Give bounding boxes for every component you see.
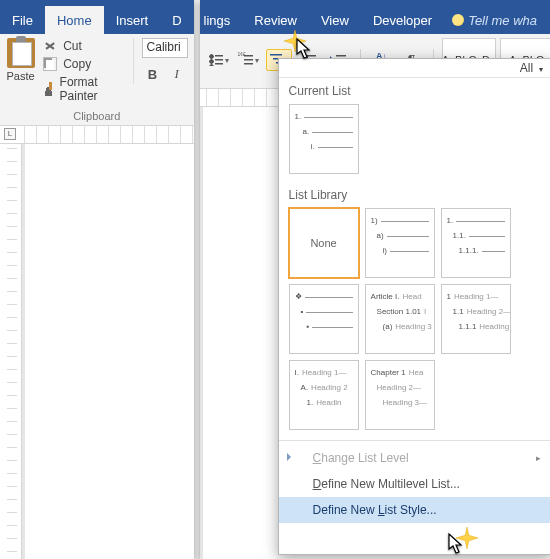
thumb-library-7[interactable]: Chapter 1 Hea Heading 2— Heading 3— [365, 360, 435, 430]
tab-insert[interactable]: Insert [104, 6, 161, 34]
numbering-icon [239, 54, 253, 66]
thumb-library-4[interactable]: Article I. HeadSection 1.01 I(a) Heading… [365, 284, 435, 354]
thumb-library-5[interactable]: 1 Heading 1—1.1 Heading 2—1.1.1 Heading … [441, 284, 511, 354]
word-window-left: File Home Insert D Paste Cut Copy Format… [0, 0, 194, 559]
format-painter-button[interactable]: Format Painter [41, 74, 120, 104]
thumb-library-1[interactable]: 1)a)i) [365, 208, 435, 278]
thumb-current[interactable]: 1. a. i. [289, 104, 359, 174]
brush-icon [43, 82, 53, 96]
tell-me-search[interactable]: Tell me wha [444, 13, 545, 28]
bulb-icon [452, 14, 464, 26]
menu-define-multilevel-list[interactable]: Define New Multilevel List... [279, 471, 550, 497]
chevron-down-icon: ▾ [537, 65, 543, 74]
tab-view[interactable]: View [309, 6, 361, 34]
section-list-library: List Library [279, 182, 550, 204]
thumb-library-6[interactable]: I. Heading 1—A. Heading 21. Headin [289, 360, 359, 430]
cut-button[interactable]: Cut [41, 38, 120, 54]
tab-home[interactable]: Home [45, 6, 104, 34]
tab-developer[interactable]: Developer [361, 6, 444, 34]
page[interactable] [22, 144, 194, 559]
scissors-icon [43, 39, 57, 53]
ribbon-tabs-right: lings Review View Developer Tell me wha [200, 6, 550, 34]
numbering-button[interactable]: ▾ [236, 49, 262, 71]
ruler-ticks [24, 126, 194, 143]
bullets-button[interactable]: ▾ [206, 49, 232, 71]
section-current-list: Current List [279, 78, 550, 100]
cut-label: Cut [63, 39, 82, 53]
font-name-selector[interactable]: Calibri [142, 38, 188, 58]
divider [279, 440, 550, 441]
italic-button[interactable]: I [166, 64, 188, 84]
thumb-library-2[interactable]: 1.1.1.1.1.1. [441, 208, 511, 278]
ribbon-tabs: File Home Insert D [0, 6, 194, 34]
bold-button[interactable]: B [142, 64, 164, 84]
copy-button[interactable]: Copy [41, 56, 120, 72]
tab-review[interactable]: Review [242, 6, 309, 34]
paste-label: Paste [6, 70, 35, 82]
thumb-library-3[interactable]: ❖•▪ [289, 284, 359, 354]
menu-define-list-style[interactable]: Define New List Style... [279, 497, 550, 523]
tab-design-partial[interactable]: D [160, 6, 193, 34]
paste-button[interactable]: Paste [6, 38, 35, 104]
tab-mailings-partial[interactable]: lings [200, 6, 243, 34]
tab-file[interactable]: File [0, 6, 45, 34]
chevron-down-icon: ▾ [253, 56, 259, 65]
format-painter-label: Format Painter [60, 75, 119, 103]
thumb-none[interactable]: None [289, 208, 359, 278]
all-filter[interactable]: All ▾ [520, 61, 543, 75]
paste-icon [7, 38, 35, 68]
horizontal-ruler[interactable]: L [0, 126, 194, 144]
clipboard-group: Paste Cut Copy Format Painter [6, 38, 121, 104]
vertical-ruler[interactable] [0, 144, 22, 559]
menu-change-list-level: Change List Level ▸ [279, 445, 550, 471]
copy-icon [43, 57, 57, 71]
document-area [0, 144, 194, 559]
word-window-right: lings Review View Developer Tell me wha … [200, 0, 550, 559]
chevron-right-icon: ▸ [536, 453, 541, 463]
bullets-icon [209, 54, 223, 66]
chevron-down-icon: ▾ [223, 56, 229, 65]
tell-me-label: Tell me wha [468, 13, 537, 28]
multilevel-list-gallery: All ▾ Current List 1. a. i. List Library… [278, 58, 550, 555]
ribbon-home-left: Paste Cut Copy Format Painter Calibri B … [0, 34, 194, 126]
copy-label: Copy [63, 57, 91, 71]
tab-selector[interactable]: L [4, 128, 16, 140]
clipboard-group-label: Clipboard [6, 104, 188, 125]
indent-icon [289, 451, 303, 465]
